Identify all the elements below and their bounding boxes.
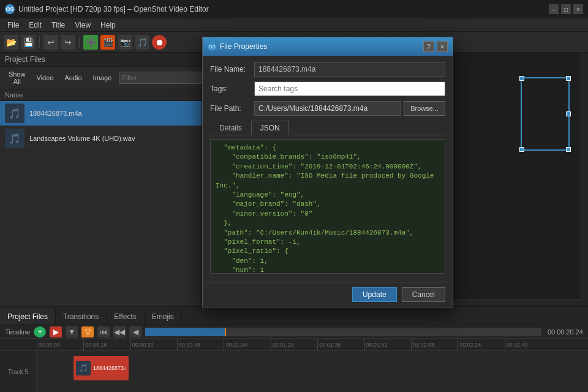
- timeline-play-button[interactable]: ▶: [50, 326, 62, 337]
- audio-button[interactable]: 🎵: [135, 35, 149, 50]
- file-path-input[interactable]: [254, 101, 401, 116]
- timeline-back-button[interactable]: ◀: [129, 326, 141, 337]
- handle-br[interactable]: [566, 147, 571, 152]
- ruler-tick-10: 00:02:40: [505, 339, 551, 351]
- toolbar-separator-1: [39, 36, 40, 48]
- import-button[interactable]: 🎬: [100, 35, 115, 50]
- json-textarea[interactable]: [210, 139, 445, 274]
- track-label: Track 5: [0, 351, 37, 392]
- timeline-add-button[interactable]: +: [34, 326, 46, 337]
- toolbar-separator-2: [79, 36, 80, 48]
- timeline-ruler: 00:00:00 00:00:16 00:00:32 00:00:48 00:0…: [0, 339, 588, 351]
- ruler-tick-4: 00:01:04: [224, 339, 270, 351]
- project-panel: Project Files Show All Video Audio Image…: [0, 53, 202, 306]
- window-controls: – □ ×: [549, 4, 583, 14]
- dialog-help-button[interactable]: ?: [423, 41, 434, 52]
- tab-json[interactable]: JSON: [251, 121, 289, 135]
- tab-emojis[interactable]: Emojis: [145, 309, 182, 324]
- ruler-tick-9: 00:02:24: [458, 339, 504, 351]
- dialog-close-button[interactable]: ×: [437, 41, 448, 52]
- undo-button[interactable]: ↩: [43, 35, 58, 50]
- filter-input[interactable]: [119, 72, 209, 84]
- ruler-tick-0: 00:00:00: [37, 339, 83, 351]
- tags-row: Tags:: [210, 81, 445, 96]
- cancel-button[interactable]: Cancel: [402, 287, 445, 302]
- handle-tr[interactable]: [566, 76, 571, 81]
- ruler-tick-6: 00:01:36: [317, 339, 364, 351]
- timeline-section: Timeline + ▶ ▼ ▽ ⏮ ◀◀ ◀ 00:00:20.24 00:0…: [0, 325, 588, 392]
- timeline-label: Timeline: [5, 328, 30, 336]
- menu-file[interactable]: File: [2, 20, 24, 31]
- open-project-button[interactable]: 📂: [4, 35, 18, 50]
- file-name-0: 1884426873.m4a: [29, 110, 82, 117]
- canvas-selection-box: [521, 77, 570, 151]
- bottom-tabs: Project Files Transitions Effects Emojis: [0, 306, 588, 325]
- file-path-container: Browse...: [254, 101, 445, 116]
- ruler-tick-3: 00:00:48: [177, 339, 224, 351]
- tab-details[interactable]: Details: [210, 121, 251, 135]
- canvas-scrollbar-vertical[interactable]: [581, 53, 588, 306]
- track-clip[interactable]: 🎵 1884426873.m4a: [74, 356, 129, 380]
- ruler-tick-2: 00:00:32: [130, 339, 177, 351]
- file-item-1[interactable]: 🎵 Landscapes Volume 4K (UHD).wav: [0, 126, 202, 151]
- filter-image[interactable]: Image: [89, 73, 116, 83]
- filter-audio[interactable]: Audio: [61, 73, 85, 83]
- ruler-tick-1: 00:00:16: [83, 339, 130, 351]
- browse-button[interactable]: Browse...: [404, 101, 445, 116]
- panel-title: Project Files: [0, 53, 202, 67]
- filter-bar: Show All Video Audio Image: [0, 67, 202, 89]
- dialog-footer: Update Cancel: [203, 282, 453, 307]
- file-properties-dialog: OS File Properties ? × File Name: Tags: …: [202, 37, 453, 307]
- track-content[interactable]: 🎵 1884426873.m4a: [37, 351, 588, 392]
- timeline-start-button[interactable]: ⏮: [97, 326, 110, 337]
- dialog-title: File Properties: [220, 42, 267, 51]
- timeline-filter-button[interactable]: ▽: [81, 326, 94, 337]
- dialog-tabs: Details JSON: [210, 121, 445, 135]
- file-path-row: File Path: Browse...: [210, 101, 445, 116]
- window-title: Untitled Project [HD 720p 30 fps] – Open…: [18, 5, 209, 13]
- handle-tl[interactable]: [519, 76, 524, 81]
- handle-bl[interactable]: [519, 147, 524, 152]
- filter-video[interactable]: Video: [33, 73, 58, 83]
- tags-input[interactable]: [254, 81, 445, 96]
- record-button[interactable]: ⏺: [152, 35, 167, 50]
- file-list-header: Name: [0, 89, 202, 101]
- timeline-progress-fill: [145, 328, 224, 336]
- maximize-button[interactable]: □: [561, 4, 571, 14]
- update-button[interactable]: Update: [352, 287, 397, 302]
- timeline-progress-bar[interactable]: [145, 328, 541, 336]
- ruler-tick-5: 00:01:20: [271, 339, 317, 351]
- file-name-input[interactable]: [254, 62, 445, 77]
- timeline-dropdown-button[interactable]: ▼: [66, 326, 78, 337]
- file-path-label: File Path:: [210, 104, 254, 113]
- menu-bar: File Edit Title View Help: [0, 18, 588, 32]
- timeline-current-time: 00:00:20.24: [548, 328, 583, 336]
- menu-title[interactable]: Title: [47, 20, 70, 31]
- tab-project-files[interactable]: Project Files: [0, 309, 56, 324]
- ruler-tick-8: 00:02:08: [411, 339, 458, 351]
- snapshot-button[interactable]: 📷: [118, 35, 132, 50]
- timeline-rewind-button[interactable]: ◀◀: [113, 326, 126, 337]
- tab-effects[interactable]: Effects: [107, 309, 144, 324]
- menu-view[interactable]: View: [70, 20, 96, 31]
- file-name-label: File Name:: [210, 65, 254, 74]
- menu-edit[interactable]: Edit: [24, 20, 47, 31]
- file-item-0[interactable]: 🎵 1884426873.m4a: [0, 101, 202, 126]
- add-track-button[interactable]: ➕: [83, 35, 98, 50]
- file-name-row: File Name:: [210, 62, 445, 77]
- title-bar: OS Untitled Project [HD 720p 30 fps] – O…: [0, 0, 588, 18]
- redo-button[interactable]: ↪: [61, 35, 75, 50]
- handle-mr[interactable]: [566, 111, 571, 116]
- file-icon-0: 🎵: [5, 104, 24, 123]
- timeline-position-marker: [225, 328, 226, 336]
- tab-transitions[interactable]: Transitions: [56, 309, 107, 324]
- menu-help[interactable]: Help: [96, 20, 121, 31]
- file-name-1: Landscapes Volume 4K (UHD).wav: [29, 135, 135, 142]
- tags-label: Tags:: [210, 85, 254, 93]
- file-list: 🎵 1884426873.m4a 🎵 Landscapes Volume 4K …: [0, 101, 202, 306]
- filter-show-all[interactable]: Show All: [5, 69, 29, 86]
- minimize-button[interactable]: –: [549, 4, 559, 14]
- close-button[interactable]: ×: [573, 4, 583, 14]
- save-project-button[interactable]: 💾: [21, 35, 36, 50]
- file-icon-1: 🎵: [5, 129, 24, 148]
